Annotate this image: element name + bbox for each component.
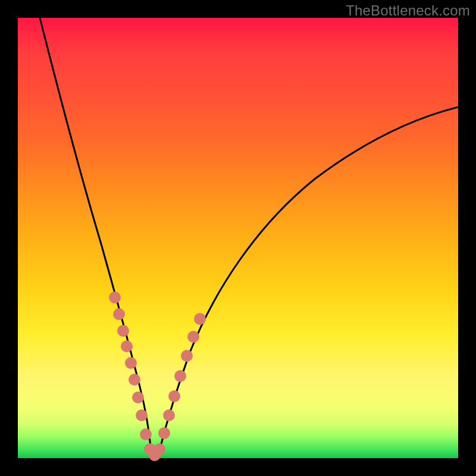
- svg-point-3: [121, 340, 133, 352]
- bottleneck-curve: [40, 18, 458, 458]
- svg-point-6: [132, 392, 144, 403]
- svg-point-18: [194, 313, 206, 325]
- svg-point-4: [125, 357, 137, 369]
- svg-point-14: [168, 390, 180, 402]
- svg-point-13: [163, 409, 175, 421]
- svg-point-17: [187, 331, 199, 343]
- svg-point-16: [181, 350, 193, 362]
- svg-point-7: [136, 409, 148, 421]
- watermark-text: TheBottleneck.com: [346, 2, 470, 19]
- svg-point-11: [154, 443, 165, 455]
- plot-area: [18, 18, 458, 458]
- svg-point-2: [117, 325, 129, 337]
- svg-point-0: [109, 292, 121, 303]
- chart-frame: TheBottleneck.com: [0, 0, 476, 476]
- chart-svg: [18, 18, 458, 458]
- svg-point-15: [174, 370, 186, 382]
- svg-point-1: [113, 308, 125, 320]
- curve-markers: [109, 292, 206, 461]
- svg-point-8: [140, 428, 152, 440]
- svg-point-5: [129, 374, 140, 386]
- svg-point-12: [158, 427, 170, 439]
